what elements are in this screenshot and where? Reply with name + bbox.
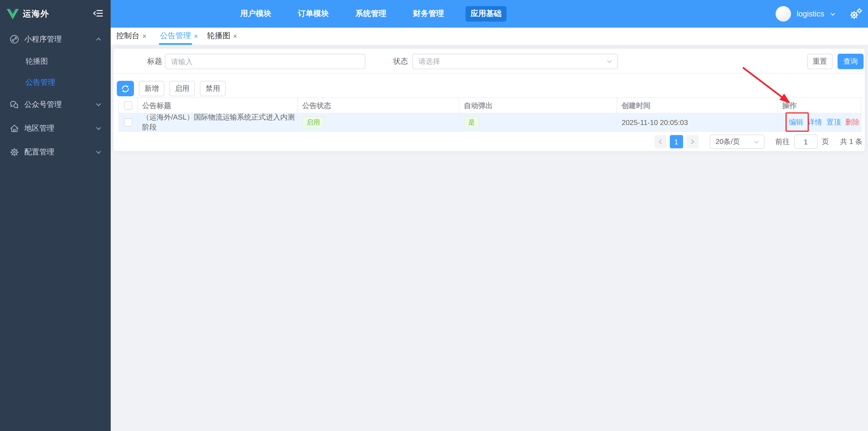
top-nav-bar: 用户模块 订单模块 系统管理 财务管理 应用基础 logistics (111, 0, 868, 28)
close-icon[interactable]: × (233, 32, 237, 40)
pagination: 1 20条/页 前往 页 共 1 条 (654, 134, 863, 149)
refresh-icon (121, 84, 129, 93)
chevron-down-icon[interactable] (830, 11, 836, 17)
tab-label: 轮播图 (207, 31, 230, 41)
sidebar-group-miniprogram[interactable]: 小程序管理 (0, 28, 111, 51)
chevron-down-icon (753, 138, 759, 145)
tab-label: 控制台 (116, 31, 140, 41)
close-icon[interactable]: × (142, 32, 147, 40)
module-nav: 用户模块 订单模块 系统管理 财务管理 应用基础 (235, 0, 506, 28)
chevron-down-icon (95, 125, 102, 131)
detail-link[interactable]: 详情 (808, 117, 822, 127)
col-status: 公告状态 (298, 98, 460, 114)
auto-popup-badge: 是 (464, 116, 479, 128)
refresh-button[interactable] (117, 81, 134, 96)
user-zone: logistics (776, 0, 863, 28)
active-tab-underline (159, 43, 192, 44)
row-actions-cell: 编辑 详情 置顶 删除 (778, 114, 862, 132)
link-icon (10, 35, 19, 43)
next-page-button[interactable] (686, 135, 699, 149)
wechat-icon (10, 100, 19, 109)
page-size-select[interactable]: 20条/页 (709, 134, 764, 149)
collapse-sidebar-icon[interactable] (93, 9, 103, 17)
filter-title-label: 标题 (111, 54, 162, 69)
row-title: （运海外/ASL）国际物流运输系统正式进入内测阶段 (138, 114, 298, 132)
chevron-up-icon (95, 36, 102, 42)
sidebar-group-label: 地区管理 (24, 123, 54, 133)
nav-item-system-module[interactable]: 系统管理 (350, 6, 391, 22)
delete-link[interactable]: 删除 (845, 117, 860, 127)
prev-page-button[interactable] (654, 135, 666, 149)
nav-item-order-module[interactable]: 订单模块 (293, 6, 334, 22)
sidebar-group-label: 公众号管理 (24, 100, 62, 110)
goto-label: 前往 (775, 137, 790, 147)
sidebar-item-announcement[interactable]: 公告管理 (0, 72, 111, 93)
col-auto-popup: 自动弹出 (460, 98, 617, 114)
username[interactable]: logistics (797, 9, 825, 18)
sidebar-group-wechat[interactable]: 公众号管理 (0, 93, 111, 116)
nav-item-user-module[interactable]: 用户模块 (235, 6, 276, 22)
status-select-placeholder: 请选择 (413, 57, 440, 66)
tab-console[interactable]: 控制台 × (116, 28, 147, 44)
enable-button[interactable]: 启用 (169, 81, 195, 96)
sidebar-header: 运海外 (0, 0, 111, 28)
header-checkbox-cell (119, 98, 138, 114)
page-unit-label: 页 (822, 137, 829, 147)
table-row[interactable]: （运海外/ASL）国际物流运输系统正式进入内测阶段 启用 是 2025-11-1… (119, 114, 861, 132)
search-button[interactable]: 查询 (837, 54, 864, 69)
tab-label: 公告管理 (160, 31, 191, 41)
avatar[interactable] (776, 6, 792, 22)
tab-announcement[interactable]: 公告管理 × (160, 28, 198, 44)
row-created-at: 2025-11-10 20:05:03 (617, 114, 778, 132)
edit-link[interactable]: 编辑 (789, 117, 803, 127)
page-number-1[interactable]: 1 (670, 135, 683, 149)
sidebar-item-label: 轮播图 (26, 57, 48, 66)
sidebar-item-carousel[interactable]: 轮播图 (0, 51, 111, 72)
app-title: 运海外 (23, 8, 49, 19)
tab-carousel[interactable]: 轮播图 × (207, 28, 237, 44)
page-size-value: 20条/页 (710, 137, 740, 147)
row-checkbox-cell (119, 114, 138, 132)
announcement-table: 公告标题 公告状态 自动弹出 创建时间 操作 （运海外/ASL）国际物流运输系统… (119, 97, 862, 132)
filter-status-label: 状态 (354, 54, 408, 69)
col-actions: 操作 (778, 98, 862, 114)
section-divider (114, 73, 865, 73)
sidebar-group-label: 配置管理 (24, 147, 54, 157)
tab-bar: 控制台 × 公告管理 × 轮播图 × (111, 28, 868, 45)
nav-item-app-base-module[interactable]: 应用基础 (466, 6, 506, 22)
sidebar-group-label: 小程序管理 (24, 34, 62, 44)
title-search-input[interactable] (165, 54, 366, 69)
vue-logo-icon (6, 8, 19, 19)
goto-page-input-field[interactable] (795, 137, 817, 146)
row-auto-popup-cell: 是 (460, 114, 617, 132)
home-icon (10, 124, 19, 133)
select-all-checkbox[interactable] (124, 101, 132, 110)
chevron-down-icon (95, 101, 102, 108)
status-badge: 启用 (302, 116, 324, 128)
col-title: 公告标题 (138, 98, 298, 114)
disable-button[interactable]: 禁用 (200, 81, 226, 96)
settings-gears-icon[interactable] (849, 8, 863, 20)
add-button[interactable]: 新增 (139, 81, 164, 96)
reset-button[interactable]: 重置 (807, 54, 833, 69)
gear-icon (10, 148, 19, 157)
title-search-input-field[interactable] (165, 57, 365, 65)
pin-top-link[interactable]: 置顶 (827, 117, 841, 127)
close-icon[interactable]: × (194, 32, 198, 40)
chevron-down-icon (95, 149, 102, 155)
status-select[interactable]: 请选择 (412, 54, 618, 69)
sidebar-group-region[interactable]: 地区管理 (0, 117, 111, 140)
row-status-cell: 启用 (298, 114, 460, 132)
chevron-down-icon (606, 58, 613, 65)
sidebar-item-label: 公告管理 (26, 78, 55, 88)
goto-page-input[interactable] (794, 134, 817, 149)
sidebar: 运海外 小程序管理 轮播图 公告管理 (0, 0, 111, 431)
sidebar-group-config[interactable]: 配置管理 (0, 141, 111, 164)
app-root: 运海外 小程序管理 轮播图 公告管理 (0, 0, 868, 431)
table-header-row: 公告标题 公告状态 自动弹出 创建时间 操作 (119, 98, 861, 114)
row-checkbox[interactable] (124, 118, 132, 127)
total-count-label: 共 1 条 (840, 137, 862, 147)
nav-item-finance-module[interactable]: 财务管理 (408, 6, 449, 22)
col-created: 创建时间 (617, 98, 778, 114)
